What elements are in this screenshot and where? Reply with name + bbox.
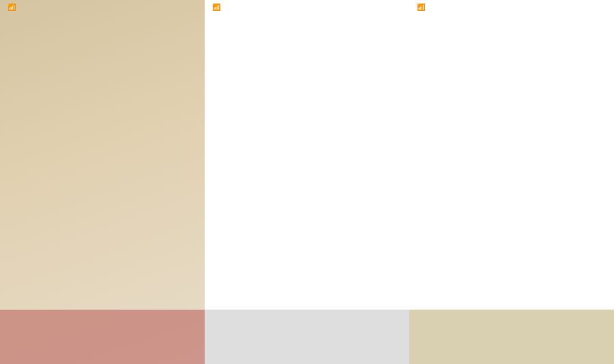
dock-2 [205,309,409,364]
status-bar-1: 📶 [0,0,205,14]
wifi-icon-2: 📶 [212,3,220,11]
status-bar-3: 📶 [409,0,614,14]
phone-screen-3: 📶 [409,0,614,364]
app-grid-1 [0,14,205,304]
status-left-2: 📶 [210,3,220,11]
page-dots-1 [0,304,205,309]
phone-screen-1: 📶 [0,0,205,364]
status-bar-2: 📶 [205,0,409,14]
status-left-1: 📶 [5,3,16,11]
phone-screen-2: 📶 [205,0,409,364]
dock-3 [409,309,614,364]
page-dots-2 [205,304,409,309]
status-left-3: 📶 [415,3,425,11]
wifi-icon-1: 📶 [8,3,16,11]
wifi-icon-3: 📶 [417,3,425,11]
page-dots-3 [409,304,614,309]
app-grid-3 [409,14,614,304]
app-grid-2 [205,14,409,304]
dock-1 [0,309,205,364]
